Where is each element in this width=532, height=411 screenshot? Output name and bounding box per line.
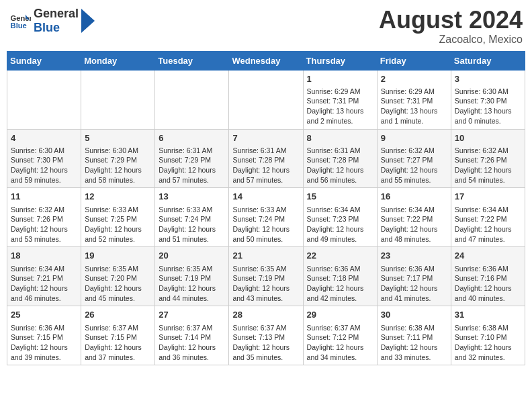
day-info-line: Daylight: 12 hours xyxy=(232,342,299,353)
calendar-cell: 25Sunrise: 6:36 AMSunset: 7:15 PMDayligh… xyxy=(7,306,81,365)
calendar-cell: 7Sunrise: 6:31 AMSunset: 7:28 PMDaylight… xyxy=(229,129,303,188)
day-info-line: Sunset: 7:23 PM xyxy=(307,214,373,224)
day-info-line: Sunrise: 6:30 AM xyxy=(85,146,151,156)
calendar-cell: 31Sunrise: 6:38 AMSunset: 7:10 PMDayligh… xyxy=(451,306,525,365)
day-number: 24 xyxy=(455,250,521,262)
day-info-line: Sunrise: 6:29 AM xyxy=(307,87,373,97)
day-info-line: and 58 minutes. xyxy=(85,175,151,185)
day-number: 29 xyxy=(307,309,373,321)
day-info-line: Daylight: 12 hours xyxy=(11,224,77,234)
calendar-cell: 27Sunrise: 6:37 AMSunset: 7:14 PMDayligh… xyxy=(155,306,229,365)
day-header-wednesday: Wednesday xyxy=(229,51,303,70)
day-info-line: Sunset: 7:19 PM xyxy=(232,273,299,283)
calendar-cell: 26Sunrise: 6:37 AMSunset: 7:15 PMDayligh… xyxy=(81,306,155,365)
day-info-line: Daylight: 12 hours xyxy=(85,283,151,293)
day-info-line: Sunrise: 6:31 AM xyxy=(232,146,299,156)
day-info-line: Sunset: 7:11 PM xyxy=(381,332,447,342)
calendar-week-row: 4Sunrise: 6:30 AMSunset: 7:30 PMDaylight… xyxy=(7,129,525,188)
calendar-cell: 4Sunrise: 6:30 AMSunset: 7:30 PMDaylight… xyxy=(7,129,81,188)
calendar-cell: 28Sunrise: 6:37 AMSunset: 7:13 PMDayligh… xyxy=(229,306,303,365)
day-info-line: Sunrise: 6:33 AM xyxy=(85,205,151,215)
day-info-line: and 50 minutes. xyxy=(232,234,299,244)
calendar-cell: 13Sunrise: 6:33 AMSunset: 7:24 PMDayligh… xyxy=(155,188,229,247)
calendar-cell: 2Sunrise: 6:29 AMSunset: 7:31 PMDaylight… xyxy=(377,70,451,129)
day-info-line: Daylight: 12 hours xyxy=(381,165,447,175)
day-info-line: Sunrise: 6:31 AM xyxy=(159,146,225,156)
day-info-line: and 55 minutes. xyxy=(381,175,447,185)
day-info-line: and 54 minutes. xyxy=(455,175,521,185)
day-header-sunday: Sunday xyxy=(7,51,81,70)
calendar-cell: 3Sunrise: 6:30 AMSunset: 7:30 PMDaylight… xyxy=(451,70,525,129)
title-block: August 2024 Zacoalco, Mexico xyxy=(379,7,523,46)
day-number: 12 xyxy=(85,191,151,203)
day-info-line: Sunset: 7:12 PM xyxy=(307,332,373,342)
calendar-cell xyxy=(81,70,155,129)
day-info-line: Sunrise: 6:36 AM xyxy=(307,264,373,274)
calendar-cell: 18Sunrise: 6:34 AMSunset: 7:21 PMDayligh… xyxy=(7,247,81,306)
day-info-line: Sunset: 7:31 PM xyxy=(381,96,447,106)
day-number: 22 xyxy=(307,250,373,262)
day-info-line: Sunset: 7:18 PM xyxy=(307,273,373,283)
day-info-line: Sunrise: 6:38 AM xyxy=(381,323,447,333)
day-info-line: and 59 minutes. xyxy=(11,175,77,185)
day-info-line: Sunset: 7:26 PM xyxy=(455,155,521,165)
svg-text:Blue: Blue xyxy=(11,21,27,30)
day-info-line: and 33 minutes. xyxy=(381,353,447,363)
day-header-tuesday: Tuesday xyxy=(155,51,229,70)
calendar-cell: 29Sunrise: 6:37 AMSunset: 7:12 PMDayligh… xyxy=(303,306,377,365)
page-header: General Blue General Blue August 2024 Za… xyxy=(7,7,525,46)
day-number: 15 xyxy=(307,191,373,203)
day-header-friday: Friday xyxy=(377,51,451,70)
day-info-line: and 45 minutes. xyxy=(85,293,151,304)
day-info-line: Daylight: 13 hours xyxy=(455,106,521,116)
day-info-line: and 42 minutes. xyxy=(307,293,373,304)
day-info-line: and 57 minutes. xyxy=(232,175,299,185)
day-info-line: Daylight: 12 hours xyxy=(159,224,225,234)
logo-blue: Blue xyxy=(34,21,60,34)
day-info-line: and 49 minutes. xyxy=(307,234,373,244)
calendar-cell xyxy=(7,70,81,129)
day-info-line: Daylight: 13 hours xyxy=(307,106,373,116)
day-info-line: and 52 minutes. xyxy=(85,234,151,244)
day-info-line: and 36 minutes. xyxy=(159,353,225,363)
calendar-cell: 21Sunrise: 6:35 AMSunset: 7:19 PMDayligh… xyxy=(229,247,303,306)
day-info-line: Sunrise: 6:34 AM xyxy=(455,205,521,215)
day-info-line: Sunset: 7:28 PM xyxy=(232,155,299,165)
calendar-cell: 10Sunrise: 6:32 AMSunset: 7:26 PMDayligh… xyxy=(451,129,525,188)
day-number: 7 xyxy=(232,132,299,144)
day-info-line: and 1 minute. xyxy=(381,116,447,126)
calendar-cell: 30Sunrise: 6:38 AMSunset: 7:11 PMDayligh… xyxy=(377,306,451,365)
day-info-line: and 46 minutes. xyxy=(11,293,77,304)
day-info-line: and 39 minutes. xyxy=(11,353,77,363)
calendar-cell: 16Sunrise: 6:34 AMSunset: 7:22 PMDayligh… xyxy=(377,188,451,247)
day-header-monday: Monday xyxy=(81,51,155,70)
day-info-line: Sunset: 7:13 PM xyxy=(232,332,299,342)
calendar-cell xyxy=(229,70,303,129)
day-number: 14 xyxy=(232,191,299,203)
day-info-line: Daylight: 12 hours xyxy=(232,283,299,293)
day-info-line: Sunrise: 6:37 AM xyxy=(232,323,299,333)
calendar-cell: 15Sunrise: 6:34 AMSunset: 7:23 PMDayligh… xyxy=(303,188,377,247)
calendar-cell: 14Sunrise: 6:33 AMSunset: 7:24 PMDayligh… xyxy=(229,188,303,247)
day-number: 25 xyxy=(11,309,77,321)
day-number: 30 xyxy=(381,309,447,321)
day-info-line: Daylight: 12 hours xyxy=(232,165,299,175)
day-number: 1 xyxy=(307,73,373,85)
calendar-cell: 23Sunrise: 6:36 AMSunset: 7:17 PMDayligh… xyxy=(377,247,451,306)
calendar-week-row: 1Sunrise: 6:29 AMSunset: 7:31 PMDaylight… xyxy=(7,70,525,129)
day-number: 3 xyxy=(455,73,521,85)
day-info-line: Daylight: 12 hours xyxy=(232,224,299,234)
day-info-line: and 44 minutes. xyxy=(159,293,225,304)
calendar-cell: 8Sunrise: 6:31 AMSunset: 7:28 PMDaylight… xyxy=(303,129,377,188)
day-info-line: and 51 minutes. xyxy=(159,234,225,244)
day-info-line: Daylight: 12 hours xyxy=(307,342,373,353)
day-info-line: Daylight: 12 hours xyxy=(85,165,151,175)
day-info-line: Daylight: 12 hours xyxy=(381,283,447,293)
calendar-cell: 24Sunrise: 6:36 AMSunset: 7:16 PMDayligh… xyxy=(451,247,525,306)
calendar-cell: 19Sunrise: 6:35 AMSunset: 7:20 PMDayligh… xyxy=(81,247,155,306)
logo-general: General xyxy=(34,7,79,21)
day-info-line: Sunset: 7:30 PM xyxy=(11,155,77,165)
day-info-line: and 0 minutes. xyxy=(455,116,521,126)
day-number: 21 xyxy=(232,250,299,262)
day-info-line: Sunrise: 6:35 AM xyxy=(232,264,299,274)
